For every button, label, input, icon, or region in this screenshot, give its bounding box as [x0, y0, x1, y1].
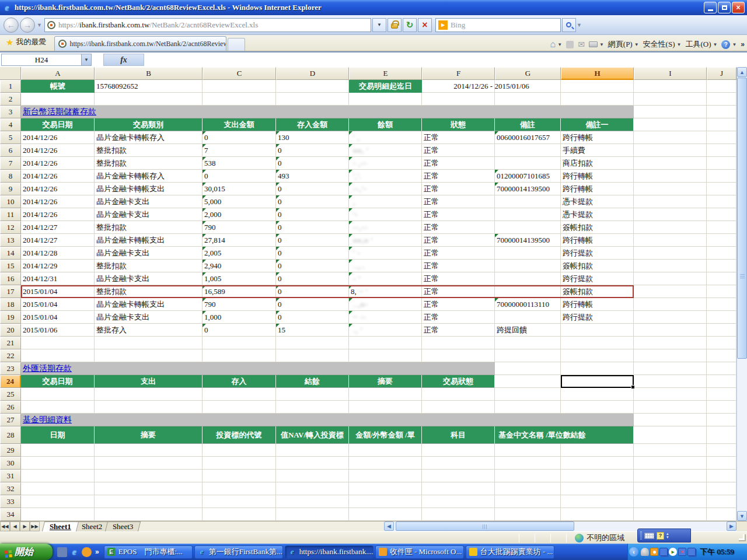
cell-H15[interactable]: 簽帳扣款: [561, 260, 634, 272]
cell-B5[interactable]: 晶片金融卡轉帳存入: [95, 131, 203, 144]
row-header-11[interactable]: 11: [0, 208, 21, 221]
cell-H8[interactable]: 跨行轉帳: [561, 170, 634, 183]
sheet-tab-3[interactable]: Sheet3: [105, 522, 141, 531]
cell-B10[interactable]: 晶片金融卡支出: [95, 195, 203, 208]
row-header-3[interactable]: 3: [0, 106, 21, 118]
start-button[interactable]: 開始: [0, 544, 53, 560]
row-header-14[interactable]: 14: [0, 247, 21, 260]
cell-H11[interactable]: 憑卡提款: [561, 208, 634, 221]
scroll-down-button[interactable]: ▼: [737, 511, 747, 521]
cell-C5[interactable]: 0: [203, 131, 276, 144]
command-overflow-chevron[interactable]: »: [741, 40, 745, 48]
cell-B9[interactable]: 晶片金融卡轉帳支出: [95, 183, 203, 195]
column-header-J[interactable]: J: [707, 67, 736, 80]
cell-E16[interactable]: - ': [349, 272, 422, 285]
cell-H12[interactable]: 簽帳扣款: [561, 221, 634, 234]
twd-header-2[interactable]: 交易類別: [95, 118, 203, 131]
cell-C14[interactable]: 2,005: [203, 247, 276, 260]
cell-G18[interactable]: 70000000113110: [495, 298, 561, 311]
search-input[interactable]: ▸ Bing: [435, 18, 561, 32]
cell-E11[interactable]: '-: [349, 208, 422, 221]
row-header-30[interactable]: 30: [0, 457, 21, 470]
cell-B12[interactable]: 整批扣款: [95, 221, 203, 234]
cell-F12[interactable]: 正常: [422, 221, 495, 234]
cell-G8[interactable]: 01200007101685: [495, 170, 561, 183]
cell-G11[interactable]: [495, 208, 561, 221]
cell-A13[interactable]: 2014/12/27: [21, 234, 95, 247]
search-button[interactable]: [562, 18, 576, 32]
address-dropdown-button[interactable]: ▼: [372, 18, 386, 32]
cell-D7[interactable]: 0: [276, 157, 349, 170]
cell-F13[interactable]: 正常: [422, 234, 495, 247]
cell-A19[interactable]: 2015/01/04: [21, 311, 95, 324]
row-header-27[interactable]: 27: [0, 414, 21, 426]
cell-G19[interactable]: [495, 311, 561, 324]
fund-header-1[interactable]: 日期: [21, 426, 95, 444]
cell-B8[interactable]: 晶片金融卡轉帳存入: [95, 170, 203, 183]
cell-C11[interactable]: 2,000: [203, 208, 276, 221]
cell-H7[interactable]: 商店扣款: [561, 157, 634, 170]
browser-tab[interactable]: https://ibank.firstbank.com.tw/NetBank/2…: [54, 36, 226, 51]
cell-D5[interactable]: 130: [276, 131, 349, 144]
cell-G6[interactable]: [495, 144, 561, 157]
cell-C6[interactable]: 7: [203, 144, 276, 157]
row-header-24[interactable]: 24: [0, 375, 21, 388]
row-header-9[interactable]: 9: [0, 183, 21, 195]
cell-H17[interactable]: 簽帳扣款: [561, 285, 634, 298]
vertical-scroll-thumb[interactable]: [737, 78, 747, 359]
cell-D16[interactable]: 0: [276, 272, 349, 285]
fund-header-2[interactable]: 摘要: [95, 426, 203, 444]
column-header-A[interactable]: A: [21, 67, 95, 80]
row-header-6[interactable]: 6: [0, 144, 21, 157]
date-range-value-cell[interactable]: 2014/12/26 - 2015/01/06: [422, 80, 561, 93]
cell-H18[interactable]: 跨行轉帳: [561, 298, 634, 311]
cell-A10[interactable]: 2014/12/26: [21, 195, 95, 208]
row-header-28[interactable]: 28: [0, 426, 21, 444]
column-header-F[interactable]: F: [422, 67, 495, 80]
back-button[interactable]: ←: [4, 18, 19, 33]
vertical-scrollbar[interactable]: ▲ ▼: [736, 67, 747, 521]
forward-button[interactable]: →: [20, 18, 35, 33]
cell-C13[interactable]: 27,814: [203, 234, 276, 247]
read-mail-button[interactable]: ✉: [578, 40, 585, 50]
cell-F8[interactable]: 正常: [422, 170, 495, 183]
account-number-cell[interactable]: 15768092652: [95, 80, 203, 93]
prev-sheet-button[interactable]: ◀: [10, 522, 20, 531]
cell-H14[interactable]: 跨行提款: [561, 247, 634, 260]
cell-name-box[interactable]: H24: [1, 54, 82, 66]
column-header-E[interactable]: E: [349, 67, 422, 80]
cell-F9[interactable]: 正常: [422, 183, 495, 195]
quick-launch-overflow-chevron[interactable]: »: [95, 548, 99, 556]
next-sheet-button[interactable]: ▶: [20, 522, 30, 531]
cell-E15[interactable]: ..,..: [349, 260, 422, 272]
cell-D8[interactable]: 493: [276, 170, 349, 183]
cell-H19[interactable]: 跨行提款: [561, 311, 634, 324]
security-lock-icon[interactable]: [388, 18, 402, 32]
cell-B19[interactable]: 晶片金融卡支出: [95, 311, 203, 324]
cell-A7[interactable]: 2014/12/26: [21, 157, 95, 170]
cell-G17[interactable]: [495, 285, 561, 298]
last-sheet-button[interactable]: ▶▶: [30, 522, 40, 531]
cell-C9[interactable]: 30,015: [203, 183, 276, 195]
fx-section-title[interactable]: 外匯活期存款: [21, 362, 495, 375]
cell-E10[interactable]: ,: [349, 195, 422, 208]
cell-E17[interactable]: 8,~ ': [349, 285, 422, 298]
twd-header-4[interactable]: 存入金額: [276, 118, 349, 131]
row-header-17[interactable]: 17: [0, 285, 21, 298]
column-header-H[interactable]: H: [561, 67, 634, 80]
network-error-icon[interactable]: ×: [678, 548, 686, 556]
fund-header-5[interactable]: 金額/外幣金額 /單: [349, 426, 422, 444]
cell-F18[interactable]: 正常: [422, 298, 495, 311]
cell-E18[interactable]: ..,o-: [349, 298, 422, 311]
cell-H5[interactable]: 跨行轉帳: [561, 131, 634, 144]
row-header-21[interactable]: 21: [0, 337, 21, 349]
account-label-cell[interactable]: 帳號: [21, 80, 95, 93]
row-header-19[interactable]: 19: [0, 311, 21, 324]
fund-header-3[interactable]: 投資標的代號: [203, 426, 276, 444]
column-header-I[interactable]: I: [634, 67, 707, 80]
row-header-16[interactable]: 16: [0, 272, 21, 285]
cell-E12[interactable]: --,--: [349, 221, 422, 234]
cell-C19[interactable]: 1,000: [203, 311, 276, 324]
help-button[interactable]: ?▼: [721, 40, 736, 49]
cell-C7[interactable]: 538: [203, 157, 276, 170]
